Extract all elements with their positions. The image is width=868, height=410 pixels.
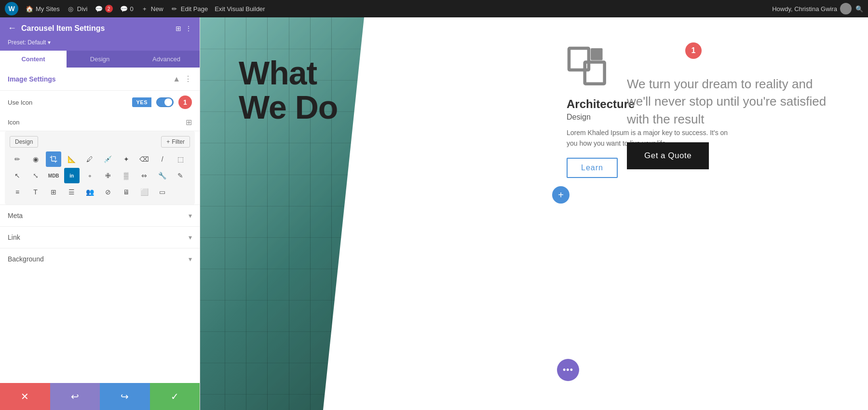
bottom-action-bar: ✕ ↩ ↪ ✓ bbox=[0, 383, 200, 410]
my-sites-link[interactable]: 🏠 My Sites bbox=[25, 4, 60, 13]
tab-design[interactable]: Design bbox=[67, 51, 133, 68]
icon-pen[interactable]: 🖊 bbox=[82, 151, 97, 167]
edit-page-link[interactable]: ✏ Edit Page bbox=[170, 4, 208, 13]
icon-gradient[interactable]: ▒ bbox=[119, 168, 134, 183]
icon-linkedin[interactable]: in bbox=[64, 168, 80, 183]
main-area: ← Carousel Item Settings ⊞ ⋮ Preset: Def… bbox=[0, 17, 868, 410]
icon-pencil[interactable]: ✏ bbox=[10, 151, 25, 167]
icon-eraser[interactable]: ⌫ bbox=[136, 151, 152, 167]
floating-menu-button[interactable]: ••• bbox=[557, 359, 579, 381]
home-icon: 🏠 bbox=[25, 4, 34, 13]
admin-user: Howdy, Christina Gwira bbox=[772, 3, 852, 14]
link-arrow-icon: ▾ bbox=[189, 233, 192, 241]
admin-bar-left: W 🏠 My Sites ◎ Divi 💬 2 💬 0 + New ✏ Edit… bbox=[5, 2, 265, 15]
hero-title-line1: What bbox=[239, 56, 338, 90]
image-settings-title: Image Settings bbox=[8, 75, 173, 83]
icon-design-button[interactable]: Design bbox=[10, 136, 38, 148]
wordpress-logo[interactable]: W bbox=[5, 2, 18, 15]
use-icon-badge: 1 bbox=[178, 96, 192, 109]
meta-arrow-icon: ▾ bbox=[189, 212, 192, 219]
divi-link[interactable]: ◎ Divi bbox=[67, 4, 88, 13]
learn-button[interactable]: Learn bbox=[567, 158, 618, 178]
toggle-yes-label: YES bbox=[132, 97, 151, 107]
panel-header: ← Carousel Item Settings ⊞ ⋮ bbox=[0, 17, 200, 39]
meta-label: Meta bbox=[8, 212, 189, 219]
icon-diag[interactable]: ⤡ bbox=[28, 168, 43, 183]
divi-icon: ◎ bbox=[67, 4, 75, 13]
use-icon-label: Use Icon bbox=[8, 99, 127, 106]
add-content-button[interactable]: + bbox=[552, 186, 570, 204]
icon-square-select[interactable]: ⬚ bbox=[173, 151, 188, 167]
icon-magic[interactable]: ✦ bbox=[119, 151, 134, 167]
icon-pencil2[interactable]: ✎ bbox=[173, 168, 188, 183]
icon-slash[interactable]: / bbox=[155, 151, 170, 167]
get-quote-button[interactable]: Get a Quote bbox=[627, 142, 709, 169]
admin-bar: W 🏠 My Sites ◎ Divi 💬 2 💬 0 + New ✏ Edit… bbox=[0, 0, 868, 17]
meta-header[interactable]: Meta ▾ bbox=[0, 205, 200, 226]
preset-bar[interactable]: Preset: Default ▾ bbox=[0, 39, 200, 51]
new-link[interactable]: + New bbox=[140, 4, 163, 13]
panel-menu-icon[interactable]: ⋮ bbox=[185, 25, 192, 32]
icon-arrow-tl[interactable]: ↖ bbox=[10, 168, 25, 183]
admin-search-btn[interactable]: 🔍 bbox=[855, 5, 863, 13]
hero-title: What We Do bbox=[239, 56, 338, 125]
cancel-button[interactable]: ✕ bbox=[0, 383, 50, 410]
comment-zero-icon: 💬 bbox=[120, 4, 128, 13]
icon-tools[interactable]: 🔧 bbox=[155, 168, 170, 183]
link-label: Link bbox=[8, 233, 189, 241]
icon-crosshair[interactable]: ✙ bbox=[100, 168, 116, 183]
icon-grid2[interactable]: ⊞ bbox=[46, 184, 61, 200]
use-icon-toggle[interactable] bbox=[156, 97, 174, 107]
icon-crop[interactable] bbox=[46, 151, 61, 167]
icon-people[interactable]: 👥 bbox=[82, 184, 97, 200]
icon-expand-button[interactable]: ⊞ bbox=[186, 118, 192, 127]
undo-icon: ↩ bbox=[71, 391, 79, 402]
redo-icon: ↪ bbox=[121, 391, 129, 402]
icon-filter-button[interactable]: + Filter bbox=[161, 136, 190, 148]
content-area: What We Do 1 Architecture Design Lorem K… bbox=[200, 17, 868, 410]
icon-eyedropper[interactable]: 💉 bbox=[100, 151, 116, 167]
redo-button[interactable]: ↪ bbox=[100, 383, 150, 410]
hero-title-line2: We Do bbox=[239, 90, 338, 124]
background-arrow-icon: ▾ bbox=[189, 255, 192, 263]
panel-body: Image Settings ▲ ⋮ Use Icon YES 1 Icon ⊞ bbox=[0, 68, 200, 383]
comment-zero-link[interactable]: 💬 0 bbox=[120, 4, 134, 13]
filter-plus-icon: + bbox=[166, 138, 170, 145]
comments-link[interactable]: 💬 2 bbox=[95, 4, 113, 13]
panel-tabs: Content Design Advanced bbox=[0, 51, 200, 68]
right-content: We turn your dream to reality and we'll … bbox=[627, 75, 829, 169]
toggle-track bbox=[156, 97, 174, 107]
icon-mdb[interactable]: MDB bbox=[46, 168, 61, 183]
back-button[interactable]: ← bbox=[8, 23, 16, 33]
tab-content[interactable]: Content bbox=[0, 51, 67, 68]
use-icon-field: Use Icon YES 1 bbox=[0, 91, 200, 114]
edit-icon: ✏ bbox=[170, 4, 179, 13]
plus-icon: + bbox=[140, 4, 149, 13]
comment-icon: 💬 bbox=[95, 4, 103, 13]
background-header[interactable]: Background ▾ bbox=[0, 248, 200, 270]
section-more-icon[interactable]: ⋮ bbox=[184, 74, 192, 83]
icon-ruler[interactable]: 📐 bbox=[64, 151, 80, 167]
icon-scale[interactable]: ⇔ bbox=[136, 168, 152, 183]
icon-picker-header: Design + Filter bbox=[10, 136, 190, 148]
icon-label: Icon bbox=[8, 119, 186, 126]
icon-cancel-cross[interactable]: ⊘ bbox=[100, 184, 116, 200]
icon-ruler2[interactable]: ≡ bbox=[10, 184, 25, 200]
collapse-icon[interactable]: ▲ bbox=[173, 75, 180, 83]
undo-button[interactable]: ↩ bbox=[50, 383, 100, 410]
icon-eye[interactable]: ◉ bbox=[28, 151, 43, 167]
tab-advanced[interactable]: Advanced bbox=[133, 51, 200, 68]
window-icon[interactable]: ⊞ bbox=[176, 25, 181, 32]
icon-text[interactable]: T bbox=[28, 184, 43, 200]
comment-count-badge: 2 bbox=[105, 5, 113, 13]
icon-frame2[interactable]: ▭ bbox=[155, 184, 170, 200]
save-button[interactable]: ✓ bbox=[150, 383, 200, 410]
link-header[interactable]: Link ▾ bbox=[0, 227, 200, 248]
icon-section-header: Icon ⊞ bbox=[0, 114, 200, 131]
icon-dot-pen[interactable]: ∘ bbox=[82, 168, 97, 183]
icon-monitor[interactable]: 🖥 bbox=[119, 184, 134, 200]
exit-builder-link[interactable]: Exit Visual Builder bbox=[215, 5, 265, 13]
search-icon: 🔍 bbox=[855, 5, 863, 13]
icon-list[interactable]: ☰ bbox=[64, 184, 80, 200]
icon-frame1[interactable]: ⬜ bbox=[136, 184, 152, 200]
